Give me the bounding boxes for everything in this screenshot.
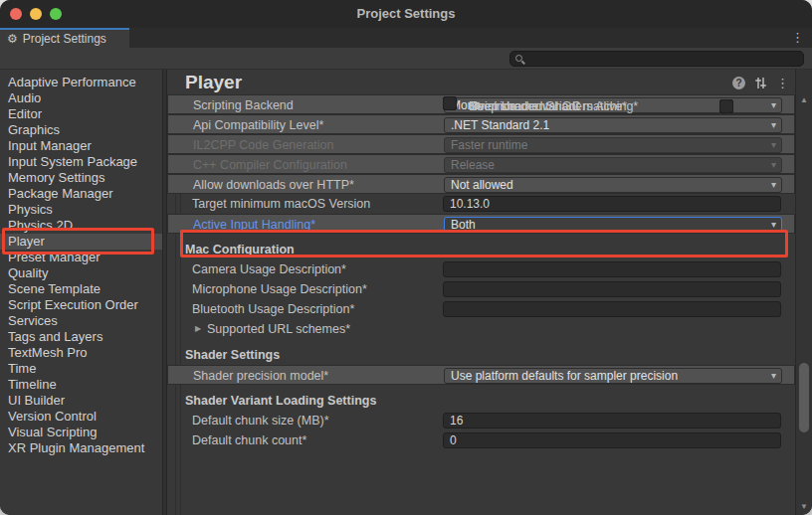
dropdown-allow-downloads-over-http[interactable]: Not allowed▾ (444, 177, 782, 193)
more-menu-icon[interactable]: ⋮ (776, 77, 789, 89)
dropdown-api-compatibility-level[interactable]: .NET Standard 2.1▾ (444, 117, 782, 133)
dropdown-value: .NET Standard 2.1 (451, 119, 549, 132)
checkbox-override[interactable] (719, 99, 733, 113)
sidebar-item-editor[interactable]: Editor (0, 106, 162, 122)
sidebar-item-script-execution-order[interactable]: Script Execution Order (0, 297, 162, 313)
sidebar-item-services[interactable]: Services (0, 313, 162, 329)
setting-label: Shader precision model* (193, 369, 328, 383)
dropdown-il2cpp-code-generation: Faster runtime▾ (444, 137, 782, 153)
chevron-down-icon: ▾ (771, 138, 776, 152)
section-header: Shader Settings (185, 348, 280, 362)
settings-row-il2cpp-code-generation: IL2CPP Code GenerationFaster runtime▾ (167, 134, 795, 154)
settings-row-supported-url-schemes: ▶Supported URL schemes* (167, 319, 795, 339)
settings-row-shader-precision-model: Shader precision model*Use platform defa… (167, 365, 795, 385)
setting-label: Bluetooth Usage Description* (192, 302, 354, 316)
sidebar-item-time[interactable]: Time (0, 361, 162, 377)
setting-label: Default chunk count* (192, 433, 306, 447)
dropdown-c-compiler-configuration: Release▾ (444, 157, 782, 173)
sidebar-item-physics[interactable]: Physics (0, 202, 162, 218)
sidebar-item-quality[interactable]: Quality (0, 265, 162, 281)
setting-label[interactable]: Supported URL schemes* (207, 322, 350, 336)
field-camera-usage-description[interactable] (443, 261, 781, 277)
field-default-chunk-size-mb[interactable]: 16 (443, 413, 781, 429)
scroll-up-icon[interactable]: ▲ (796, 95, 812, 104)
settings-row-active-input-handling: Active Input Handling*Both▾ (167, 214, 795, 234)
search-input[interactable] (509, 51, 804, 67)
scrollbar-thumb[interactable] (799, 363, 809, 432)
settings-row-c-compiler-configuration: C++ Compiler ConfigurationRelease▾ (167, 154, 795, 174)
search-icon (515, 55, 522, 62)
sidebar-item-timeline[interactable]: Timeline (0, 377, 162, 393)
toolbar (0, 48, 812, 70)
page-title: Player (185, 72, 242, 93)
chevron-down-icon: ▾ (771, 98, 776, 112)
section-header: Shader Variant Loading Settings (185, 394, 376, 408)
sidebar-item-graphics[interactable]: Graphics (0, 122, 162, 138)
sidebar-item-input-system-package[interactable]: Input System Package (0, 154, 162, 170)
section-header: Mac Configuration (185, 243, 295, 257)
chevron-down-icon: ▾ (771, 218, 776, 232)
dropdown-active-input-handling[interactable]: Both▾ (444, 217, 782, 233)
sidebar-item-xr-plugin-management[interactable]: XR Plugin Management (0, 440, 162, 456)
chevron-down-icon: ▾ (771, 118, 776, 132)
sidebar-item-adaptive-performance[interactable]: Adaptive Performance (0, 75, 162, 90)
player-settings-panel: Player ? ⋮ Scripting BackendMono▾Api Com… (167, 70, 795, 515)
setting-label: Allow downloads over HTTP* (193, 178, 354, 192)
setting-label: Api Compatibility Level* (193, 118, 323, 132)
field-target-minimum-macos-version[interactable]: 10.13.0 (443, 196, 781, 212)
settings-row-shader-variant-loading-settings: Shader Variant Loading Settings (167, 391, 795, 411)
settings-row-target-minimum-macos-version: Target minimum macOS Version10.13.0 (167, 194, 795, 214)
scroll-down-icon[interactable]: ▼ (796, 502, 812, 511)
foldout-arrow-icon[interactable]: ▶ (195, 324, 201, 333)
settings-row-bluetooth-usage-description: Bluetooth Usage Description* (167, 299, 795, 319)
settings-row-microphone-usage-description: Microphone Usage Description* (167, 279, 795, 299)
settings-row-override: Override (443, 96, 457, 110)
settings-row-allow-downloads-over-http: Allow downloads over HTTP*Not allowed▾ (167, 174, 795, 194)
setting-label: Override (469, 100, 516, 113)
settings-row-camera-usage-description: Camera Usage Description* (167, 259, 795, 279)
sidebar-item-ui-builder[interactable]: UI Builder (0, 393, 162, 409)
panel-header: Player ? ⋮ (167, 70, 795, 94)
sidebar-item-memory-settings[interactable]: Memory Settings (0, 170, 162, 186)
dropdown-value: Release (451, 159, 495, 172)
setting-label: C++ Compiler Configuration (193, 158, 347, 172)
sidebar-item-version-control[interactable]: Version Control (0, 409, 162, 425)
help-icon[interactable]: ? (732, 77, 745, 89)
chevron-down-icon: ▾ (771, 369, 776, 383)
field-bluetooth-usage-description[interactable] (443, 301, 781, 317)
dropdown-shader-precision-model[interactable]: Use platform defaults for sampler precis… (444, 368, 782, 384)
setting-label: Target minimum macOS Version (192, 197, 370, 211)
sidebar-item-preset-manager[interactable]: Preset Manager (0, 250, 162, 265)
dropdown-value: Both (451, 219, 476, 232)
field-value: 10.13.0 (450, 198, 490, 211)
settings-row-shader-settings: Shader Settings (167, 345, 795, 365)
settings-category-list: Adaptive PerformanceAudioEditorGraphicsI… (0, 70, 162, 515)
dropdown-value: Not allowed (451, 179, 513, 192)
presets-icon[interactable] (754, 77, 767, 89)
sidebar-item-tags-and-layers[interactable]: Tags and Layers (0, 329, 162, 345)
setting-label: Active Input Handling* (193, 218, 315, 232)
vertical-scrollbar[interactable]: ▲ ▼ (795, 70, 812, 515)
sidebar-item-scene-template[interactable]: Scene Template (0, 281, 162, 297)
gear-icon: ⚙ (7, 33, 18, 45)
sidebar-item-visual-scripting[interactable]: Visual Scripting (0, 425, 162, 440)
sidebar-item-player[interactable]: Player (0, 234, 162, 250)
sidebar-item-package-manager[interactable]: Package Manager (0, 186, 162, 202)
settings-row-default-chunk-count: Default chunk count*0 (167, 430, 795, 450)
field-value: 16 (450, 415, 463, 428)
sidebar-item-physics-2d[interactable]: Physics 2D (0, 218, 162, 234)
setting-label: Scripting Backend (193, 98, 294, 112)
sidebar-item-audio[interactable]: Audio (0, 90, 162, 106)
tab-label: Project Settings (23, 32, 106, 46)
sidebar-item-textmesh-pro[interactable]: TextMesh Pro (0, 345, 162, 361)
sidebar-item-input-manager[interactable]: Input Manager (0, 138, 162, 154)
field-microphone-usage-description[interactable] (443, 281, 781, 297)
setting-label: IL2CPP Code Generation (193, 138, 334, 152)
settings-row-default-chunk-size-mb: Default chunk size (MB)*16 (167, 411, 795, 430)
settings-row-mac-configuration: Mac Configuration (167, 240, 795, 259)
tab-project-settings[interactable]: ⚙ Project Settings (0, 28, 129, 48)
chevron-down-icon: ▾ (771, 178, 776, 192)
kebab-menu-icon[interactable]: ⋮ (791, 29, 804, 47)
field-default-chunk-count[interactable]: 0 (443, 432, 781, 448)
titlebar: Project Settings (0, 0, 812, 28)
